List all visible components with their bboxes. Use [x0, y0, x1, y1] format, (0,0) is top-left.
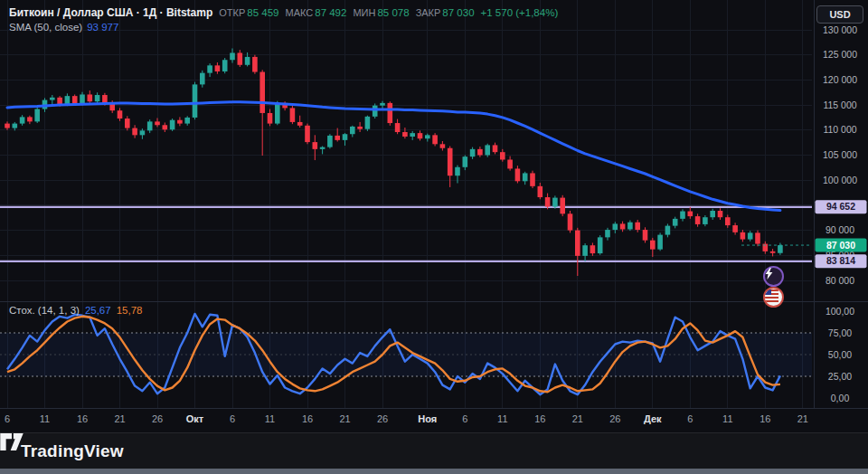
tradingview-logo-icon[interactable] — [0, 433, 24, 451]
svg-text:21: 21 — [339, 413, 350, 424]
tradingview-wordmark[interactable]: TradingView — [21, 441, 124, 461]
chart-canvas[interactable]: 130 000125 000120 000115 000110 000105 0… — [0, 0, 868, 432]
svg-text:6: 6 — [5, 413, 10, 424]
svg-text:Дек: Дек — [644, 413, 662, 424]
sma-overlay — [7, 102, 780, 211]
ohlc-low: МИН85 078 — [353, 6, 409, 19]
sma-line — [7, 102, 780, 211]
svg-text:130 000: 130 000 — [823, 24, 857, 35]
svg-text:115 000: 115 000 — [823, 100, 856, 110]
tradingview-chart-window: 130 000125 000120 000115 000110 000105 0… — [0, 0, 868, 474]
svg-text:26: 26 — [609, 413, 620, 424]
svg-text:120 000: 120 000 — [823, 74, 857, 85]
chart-legend: Биткоин / Доллар США · 1Д · Bitstamp ОТК… — [9, 6, 558, 19]
svg-text:100,00: 100,00 — [826, 306, 854, 317]
sma-value: 93 977 — [87, 22, 118, 33]
us-flag-icon — [765, 289, 778, 302]
ohlc-open: ОТКР85 459 — [219, 6, 278, 19]
svg-text:11: 11 — [722, 413, 732, 424]
lightning-icon — [765, 268, 773, 280]
stochastic-label: Стох. (14, 1, 3) — [9, 305, 80, 316]
svg-text:87 030: 87 030 — [826, 240, 855, 251]
svg-text:0,00: 0,00 — [831, 393, 850, 403]
price-change: +1 570 (+1,84%) — [481, 7, 559, 18]
svg-text:26: 26 — [377, 413, 388, 424]
svg-text:16: 16 — [77, 413, 88, 424]
svg-text:11: 11 — [497, 413, 507, 424]
svg-text:6: 6 — [462, 413, 467, 424]
svg-text:Ноя: Ноя — [418, 413, 437, 424]
svg-text:26: 26 — [152, 413, 163, 424]
svg-text:11: 11 — [265, 413, 275, 424]
svg-text:110 000: 110 000 — [823, 124, 856, 135]
svg-text:94 652: 94 652 — [826, 201, 855, 212]
svg-text:16: 16 — [302, 413, 313, 424]
sma-legend[interactable]: SMA (50, close)93 977 — [9, 22, 118, 33]
svg-text:16: 16 — [534, 413, 545, 424]
svg-text:6: 6 — [687, 413, 693, 424]
sma-label: SMA (50, close) — [9, 22, 82, 33]
svg-text:25,00: 25,00 — [828, 371, 852, 382]
footer-bar: TradingView — [0, 432, 868, 469]
svg-text:21: 21 — [797, 413, 808, 424]
svg-text:100 000: 100 000 — [823, 175, 857, 185]
svg-text:80 000: 80 000 — [826, 275, 854, 286]
candlestick-series — [5, 48, 782, 276]
currency-usd-button[interactable]: USD — [816, 5, 863, 24]
svg-text:75,00: 75,00 — [828, 327, 852, 338]
country-flag-button[interactable] — [763, 287, 784, 308]
svg-text:Окт: Окт — [186, 413, 204, 424]
svg-text:90 000: 90 000 — [826, 224, 854, 235]
ohlc-close: ЗАКР87 030 — [416, 6, 475, 19]
stochastic-legend[interactable]: Стох. (14, 1, 3)25,6715,78 — [9, 305, 142, 316]
price-axis[interactable]: 130 000125 000120 000115 000110 000105 0… — [816, 24, 867, 403]
svg-text:125 000: 125 000 — [823, 49, 857, 60]
svg-text:105 000: 105 000 — [823, 149, 857, 160]
svg-text:21: 21 — [572, 413, 583, 424]
stochastic-k-value: 25,67 — [85, 305, 111, 316]
symbol-title[interactable]: Биткоин / Доллар США · 1Д · Bitstamp — [9, 6, 212, 19]
svg-text:16: 16 — [760, 413, 770, 424]
svg-text:21: 21 — [114, 413, 125, 424]
stochastic-d-value: 15,78 — [117, 305, 143, 316]
time-axis[interactable]: 611162126Окт611162126Ноя611162126Дек6111… — [5, 413, 808, 424]
ohlc-high: МАКС87 492 — [286, 6, 347, 19]
bottom-scroll-strip[interactable] — [0, 469, 868, 474]
svg-text:6: 6 — [230, 413, 235, 424]
svg-text:11: 11 — [40, 413, 50, 424]
boost-button[interactable] — [763, 266, 784, 287]
svg-text:50,00: 50,00 — [828, 349, 852, 360]
svg-text:83 814: 83 814 — [826, 255, 855, 266]
